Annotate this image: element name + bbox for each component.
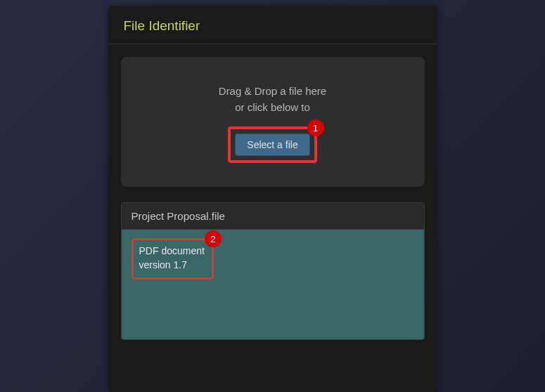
select-file-button[interactable]: Select a file [235, 133, 309, 156]
result-filename: Project Proposal.file [122, 203, 424, 230]
result-type-line1: PDF document [139, 244, 205, 259]
app-header: File Identifier [108, 6, 437, 44]
annotation-badge-1: 1 [307, 119, 324, 136]
drop-line1: Drag & Drop a file here [135, 84, 411, 100]
drop-line2: or click below to [135, 100, 411, 116]
result-panel: Project Proposal.file PDF document versi… [121, 202, 425, 340]
drop-zone[interactable]: Drag & Drop a file here or click below t… [121, 57, 425, 187]
result-type-line2: version 1.7 [139, 259, 205, 273]
annotation-badge-2: 2 [205, 230, 222, 247]
drop-instructions: Drag & Drop a file here or click below t… [135, 84, 411, 115]
result-body: PDF document version 1.7 2 [122, 230, 424, 339]
app-title: File Identifier [124, 18, 422, 34]
result-type-highlight: PDF document version 1.7 2 [132, 238, 214, 280]
app-container: File Identifier Drag & Drop a file here … [108, 6, 437, 392]
select-file-highlight: Select a file 1 [228, 126, 316, 163]
